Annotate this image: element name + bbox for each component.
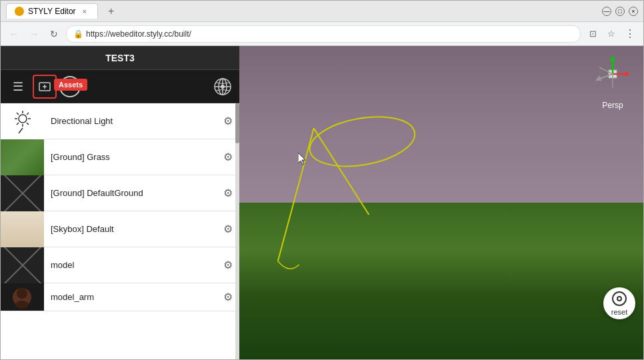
asset-name: [Ground] DefaultGround [44, 188, 217, 198]
forward-button[interactable]: → [26, 26, 42, 42]
tab-favicon [15, 7, 24, 16]
svg-point-21 [15, 301, 29, 309]
assets-button-wrapper: Assets [33, 75, 57, 99]
asset-name: [Ground] Grass [44, 152, 217, 162]
cast-icon[interactable]: ⊡ [585, 26, 601, 42]
sky-background [239, 46, 643, 219]
svg-point-20 [17, 288, 27, 299]
asset-thumbnail [1, 175, 44, 211]
axis-widget[interactable] [590, 51, 635, 97]
asset-thumbnail [1, 103, 44, 139]
new-tab-button[interactable]: + [103, 3, 119, 19]
asset-thumbnail [1, 139, 44, 175]
svg-point-36 [618, 297, 621, 300]
asset-thumbnail [1, 283, 44, 311]
asset-name: [Skybox] Default [44, 224, 217, 234]
asset-name: Directional Light [44, 116, 217, 126]
url-text: https://webeditor.styly.cc/built/ [86, 29, 191, 39]
svg-marker-29 [625, 71, 630, 77]
title-bar: STYLY Editor × + — □ × [1, 1, 643, 22]
asset-list: Directional Light ⚙ [Ground] Grass ⚙ [Gr… [1, 103, 239, 359]
globe-icon [213, 77, 233, 97]
svg-line-13 [17, 113, 19, 115]
ground-background [239, 203, 643, 359]
assets-badge: Assets [54, 79, 87, 91]
persp-label: Persp [602, 101, 623, 110]
asset-thumbnail [1, 211, 44, 247]
svg-line-16 [17, 123, 19, 125]
svg-marker-27 [610, 55, 615, 61]
add-asset-icon [38, 80, 51, 93]
address-bar-actions: ⊡ ☆ ⋮ [585, 26, 638, 42]
reset-label: reset [611, 308, 627, 316]
reset-button[interactable]: reset [603, 287, 635, 319]
bookmark-icon[interactable]: ☆ [603, 26, 619, 42]
list-item[interactable]: model ⚙ [1, 247, 239, 283]
back-button[interactable]: ← [6, 26, 22, 42]
asset-name: model [44, 260, 217, 270]
viewport-background: Persp reset [239, 46, 643, 359]
minimize-button[interactable]: — [602, 7, 611, 16]
left-panel: TEST3 ☰ Assets ? [1, 46, 239, 359]
list-item[interactable]: [Ground] Grass ⚙ [1, 139, 239, 175]
tab-close-button[interactable]: × [80, 7, 89, 16]
close-button[interactable]: × [629, 7, 638, 16]
tab-title: STYLY Editor [28, 7, 76, 16]
svg-point-8 [19, 115, 27, 123]
list-item[interactable]: [Skybox] Default ⚙ [1, 211, 239, 247]
globe-button[interactable] [211, 75, 234, 98]
main-content: TEST3 ☰ Assets ? [1, 46, 643, 359]
svg-point-7 [221, 85, 225, 89]
asset-thumbnail [1, 247, 44, 283]
list-item[interactable]: Directional Light ⚙ [1, 103, 239, 139]
url-bar[interactable]: 🔒 https://webeditor.styly.cc/built/ [66, 25, 581, 43]
viewport[interactable]: Persp reset [239, 46, 643, 359]
reload-button[interactable]: ↻ [46, 26, 62, 42]
eye-icon [611, 291, 627, 307]
browser-tab[interactable]: STYLY Editor × [6, 3, 98, 19]
perspective-control: Persp [590, 51, 635, 110]
list-item[interactable]: model_arm ⚙ [1, 283, 239, 311]
address-bar: ← → ↻ 🔒 https://webeditor.styly.cc/built… [1, 22, 643, 46]
menu-button[interactable]: ☰ [6, 75, 30, 99]
svg-line-17 [19, 128, 23, 133]
asset-name: model_arm [44, 292, 217, 302]
maximize-button[interactable]: □ [615, 7, 625, 16]
lock-icon: 🔒 [73, 29, 83, 39]
list-item[interactable]: [Ground] DefaultGround ⚙ [1, 175, 239, 211]
svg-line-14 [27, 123, 29, 125]
panel-title: TEST3 [1, 46, 239, 70]
window-controls: — □ × [602, 7, 638, 16]
panel-toolbar: ☰ Assets ? [1, 70, 239, 103]
svg-line-15 [27, 113, 29, 115]
add-asset-button[interactable] [33, 75, 57, 99]
more-options-button[interactable]: ⋮ [622, 26, 638, 42]
